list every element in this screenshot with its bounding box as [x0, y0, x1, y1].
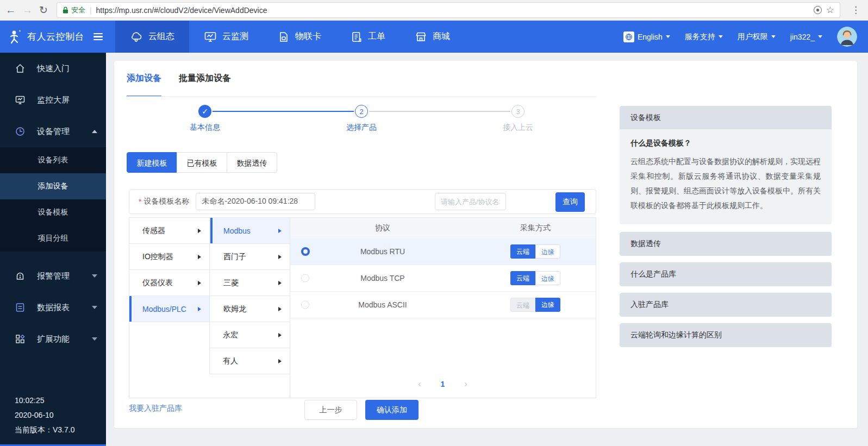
security-indicator: 安全 — [63, 5, 85, 15]
brand-item-modbus[interactable]: Modbus — [210, 218, 290, 244]
username-dropdown[interactable]: jin322_ — [790, 33, 822, 41]
protocol-name: Modbus RTU — [290, 247, 475, 256]
security-label: 安全 — [71, 5, 85, 15]
protocol-name: Modbus TCP — [290, 274, 475, 282]
topnav-item-work-order[interactable]: 工单 — [336, 21, 400, 53]
sub-item-label: 项目分组 — [38, 234, 68, 243]
brand-label: 永宏 — [223, 330, 238, 340]
menu-toggle-icon[interactable] — [93, 33, 103, 40]
topnav-item-cloud-scada[interactable]: 云组态 — [115, 21, 189, 53]
template-name-input[interactable] — [196, 193, 315, 210]
chevron-right-icon — [198, 281, 201, 285]
brand-item-omron[interactable]: 欧姆龙 — [210, 296, 290, 322]
service-support-dropdown[interactable]: 服务支持 — [685, 32, 723, 42]
topnav-item-mall[interactable]: 商城 — [400, 21, 465, 53]
bookmark-star-icon[interactable]: ☆ — [826, 5, 834, 15]
ttab-existing-template[interactable]: 已有模板 — [177, 152, 227, 173]
help-section-what-is-product-library[interactable]: 什么是产品库 — [620, 262, 832, 286]
browser-menu-icon[interactable]: ⋮ — [849, 5, 863, 15]
topnav-item-label: 商城 — [433, 31, 450, 42]
topnav-item-iot-card[interactable]: 物联卡 — [263, 21, 336, 53]
sidebar-item-alarm-management[interactable]: 报警管理 — [0, 260, 106, 292]
product-search-input[interactable] — [435, 193, 506, 210]
page-number[interactable]: 1 — [441, 380, 445, 388]
sidebar-item-extensions[interactable]: 扩展功能 — [0, 323, 106, 355]
help-section-device-template[interactable]: 设备模板 — [620, 106, 832, 129]
protocol-row-modbus-ascii[interactable]: Modbus ASCII 云端边缘 — [290, 292, 596, 318]
radio-selected[interactable] — [301, 247, 310, 256]
browser-forward-icon[interactable]: → — [22, 5, 33, 15]
username-label: jin322_ — [790, 33, 815, 41]
top-navigation: 有人云控制台 云组态 — [0, 21, 868, 53]
join-product-library-link[interactable]: 我要入驻产品库 — [129, 404, 182, 413]
sidebar-item-quick-start[interactable]: 快速入门 — [0, 53, 106, 84]
tabs-divider — [127, 96, 596, 97]
tab-batch-add-device[interactable]: 批量添加设备 — [179, 73, 231, 96]
brand-item-usr[interactable]: 有人 — [209, 348, 290, 374]
previous-step-button[interactable]: 上一步 — [304, 400, 357, 420]
brand-column: Modbus 西门子 三菱 欧姆龙 永宏 — [210, 218, 290, 374]
query-button[interactable]: 查询 — [555, 192, 585, 212]
category-item-sensor[interactable]: 传感器 — [129, 218, 210, 244]
category-label: 传感器 — [142, 226, 165, 236]
category-item-instrument[interactable]: 仪器仪表 — [129, 270, 210, 296]
help-section-data-passthrough[interactable]: 数据透传 — [620, 232, 832, 256]
help-section-join-product-library[interactable]: 入驻产品库 — [620, 293, 832, 317]
extensions-grid-icon — [15, 334, 26, 344]
user-permission-dropdown[interactable]: 用户权限 — [738, 32, 776, 42]
brand-item-fatek[interactable]: 永宏 — [209, 322, 290, 348]
chevron-right-icon — [278, 281, 282, 285]
address-bar[interactable]: 安全 | https://mp.usr.cn/#/cloudV2/device/… — [57, 2, 840, 18]
category-label: IO控制器 — [142, 252, 173, 262]
chevron-right-icon — [278, 307, 282, 311]
tab-add-device[interactable]: 添加设备 — [127, 73, 161, 97]
cloud-mode-button[interactable]: 云端 — [510, 271, 535, 285]
sidebar-subitem-project-group[interactable]: 项目分组 — [0, 225, 106, 252]
brand-item-mitsubishi[interactable]: 三菱 — [210, 270, 290, 296]
edge-mode-button[interactable]: 边缘 — [535, 271, 560, 285]
ttab-data-passthrough[interactable]: 数据透传 — [227, 152, 277, 173]
browser-refresh-icon[interactable]: ↻ — [39, 5, 48, 15]
collect-mode-toggle: 云端边缘 — [510, 298, 560, 312]
sidebar-subitem-device-list[interactable]: 设备列表 — [0, 147, 106, 173]
template-name-label: 设备模板名称 — [143, 197, 189, 206]
language-label: English — [638, 33, 663, 41]
ttab-new-template[interactable]: 新建模板 — [127, 152, 177, 173]
sidebar-item-data-report[interactable]: 数据报表 — [0, 292, 106, 323]
page-prev-icon[interactable]: ‹ — [418, 379, 421, 389]
radio-unselected[interactable] — [301, 274, 309, 282]
clock-date: 2020-06-10 — [15, 408, 74, 423]
protocol-row-modbus-rtu[interactable]: Modbus RTU 云端边缘 — [290, 238, 596, 265]
help-answer: 云组态系统中配置与设备数据协议的解析规则，实现远程采集和控制。新版云服务将通讯协… — [630, 154, 821, 213]
radio-unselected[interactable] — [301, 301, 309, 309]
topnav-item-label: 工单 — [368, 31, 385, 42]
browser-toolbar: ← → ↻ 安全 | https://mp.usr.cn/#/cloudV2/d… — [0, 0, 868, 21]
edge-mode-button[interactable]: 边缘 — [535, 298, 560, 312]
language-dropdown[interactable]: English — [623, 32, 670, 42]
sidebar-subitem-device-template[interactable]: 设备模板 — [0, 199, 106, 225]
url-text[interactable]: https://mp.usr.cn/#/cloudV2/device/ViewA… — [96, 6, 809, 15]
device-management-submenu: 设备列表 添加设备 设备模板 项目分组 — [0, 147, 106, 252]
browser-back-icon[interactable]: ← — [5, 5, 16, 15]
sidebar-item-device-management[interactable]: 设备管理 — [0, 116, 106, 147]
zoom-target-icon[interactable] — [814, 6, 822, 14]
sidebar-subitem-add-device[interactable]: 添加设备 — [0, 173, 106, 199]
avatar[interactable] — [837, 27, 857, 47]
topnav-item-cloud-monitor[interactable]: 云监测 — [189, 21, 263, 53]
brand-label: 有人 — [223, 356, 238, 366]
page-next-icon[interactable]: › — [464, 379, 467, 389]
protocol-row-modbus-tcp[interactable]: Modbus TCP 云端边缘 — [290, 265, 596, 292]
cloud-mode-button[interactable]: 云端 — [510, 244, 535, 259]
sidebar-item-big-screen[interactable]: 监控大屏 — [0, 84, 106, 116]
edge-mode-button[interactable]: 边缘 — [535, 244, 560, 259]
chevron-right-icon — [278, 229, 282, 233]
chevron-right-icon — [278, 359, 282, 363]
category-item-modbus-plc[interactable]: Modbus/PLC — [129, 296, 210, 322]
help-section-cloud-vs-edge[interactable]: 云端轮询和边缘计算的区别 — [620, 323, 832, 347]
brand-item-siemens[interactable]: 西门子 — [210, 244, 290, 270]
alarm-bell-icon — [15, 271, 26, 281]
confirm-add-button[interactable]: 确认添加 — [365, 400, 419, 420]
category-item-io-controller[interactable]: IO控制器 — [129, 244, 210, 270]
brand-label: 西门子 — [223, 252, 246, 262]
cloud-mode-button[interactable]: 云端 — [510, 298, 535, 312]
